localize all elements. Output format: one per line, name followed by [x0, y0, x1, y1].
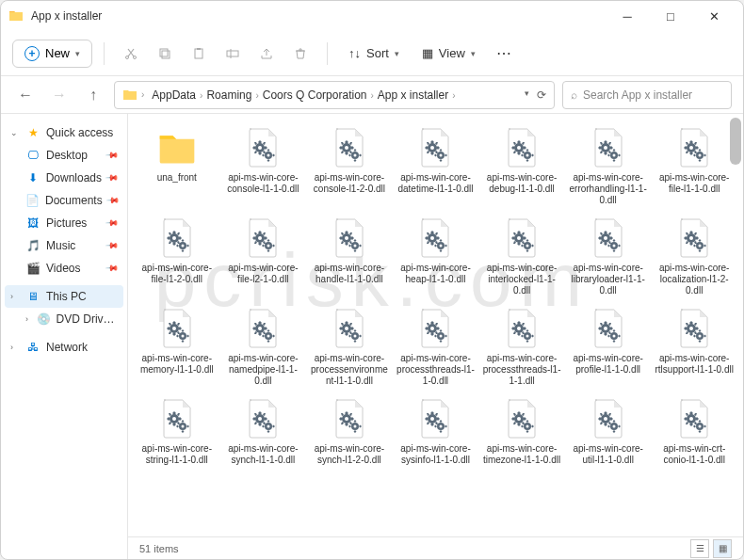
file-item[interactable]: api-ms-win-core-console-l1-1-0.dll [222, 121, 305, 210]
svg-point-17 [430, 146, 434, 150]
history-dropdown[interactable]: ▾ [525, 88, 529, 102]
file-item[interactable]: api-ms-win-core-synch-l1-2-0.dll [308, 392, 391, 470]
scrollbar[interactable] [730, 118, 741, 165]
svg-point-87 [699, 335, 702, 338]
breadcrumb[interactable]: Roaming [202, 87, 255, 104]
search-box[interactable]: ⌕ Search App x installer [562, 81, 732, 109]
forward-button[interactable]: → [46, 82, 73, 108]
refresh-button[interactable]: ⟳ [537, 88, 546, 102]
file-item[interactable]: api-ms-win-core-file-l2-1-0.dll [222, 212, 305, 300]
plus-icon: + [24, 46, 40, 61]
dll-icon [499, 216, 544, 261]
file-item[interactable]: api-ms-win-core-datetime-l1-1-0.dll [395, 121, 477, 210]
file-item[interactable]: api-ms-win-core-errorhandling-l1-1-0.dll [567, 121, 650, 210]
back-button[interactable]: ← [12, 82, 39, 108]
folder-item[interactable]: una_front [136, 121, 218, 210]
view-icon: ▦ [422, 46, 433, 60]
svg-point-73 [430, 327, 434, 330]
svg-point-25 [604, 146, 607, 150]
sidebar-item-desktop[interactable]: 🖵Desktop📌 [5, 144, 123, 167]
svg-rect-2 [160, 49, 168, 56]
svg-point-109 [604, 417, 607, 421]
file-item[interactable]: api-ms-win-core-processenvironment-l1-1-… [308, 302, 391, 391]
sort-button[interactable]: ↑↓ Sort ▾ [339, 40, 409, 66]
svg-point-55 [612, 245, 615, 248]
svg-point-45 [430, 236, 434, 240]
file-name: api-ms-win-core-errorhandling-l1-1-0.dll [569, 172, 648, 206]
sidebar-network[interactable]: › 🖧 Network [5, 336, 123, 359]
breadcrumb[interactable]: App x installer [374, 87, 452, 104]
file-item[interactable]: api-ms-win-core-processthreads-l1-1-0.dl… [395, 302, 477, 391]
pin-icon: 📌 [105, 239, 120, 253]
paste-button[interactable] [184, 39, 214, 69]
file-name: api-ms-win-core-sysinfo-l1-1-0.dll [396, 443, 476, 466]
dll-icon [327, 306, 372, 351]
file-item[interactable]: api-ms-win-core-timezone-l1-1-0.dll [480, 392, 563, 470]
file-item[interactable]: api-ms-win-core-profile-l1-1-0.dll [567, 302, 650, 391]
sidebar-item-pictures[interactable]: 🖼Pictures📌 [5, 212, 123, 234]
sidebar-this-pc[interactable]: › 🖥 This PC [5, 285, 123, 308]
address-bar[interactable]: › AppData›Roaming›Coors Q Corporation›Ap… [114, 81, 555, 109]
new-button[interactable]: + New ▾ [12, 40, 92, 68]
view-button[interactable]: ▦ View ▾ [412, 40, 485, 66]
svg-point-67 [267, 335, 270, 338]
up-button[interactable]: ↑ [80, 82, 106, 108]
file-item[interactable]: api-ms-win-core-rtlsupport-l1-1-0.dll [653, 302, 736, 391]
file-name: api-ms-win-core-handle-l1-1-0.dll [310, 263, 389, 285]
rename-button[interactable] [218, 39, 248, 69]
file-item[interactable]: api-ms-win-crt-conio-l1-1-0.dll [653, 392, 736, 470]
file-item[interactable]: api-ms-win-core-debug-l1-1-0.dll [480, 121, 563, 210]
file-item[interactable]: api-ms-win-core-util-l1-1-0.dll [567, 392, 650, 470]
navbar: ← → ↑ › AppData›Roaming›Coors Q Corporat… [1, 76, 743, 114]
sidebar: ⌄ ★ Quick access 🖵Desktop📌⬇Downloads📌📄Do… [1, 114, 128, 559]
file-item[interactable]: api-ms-win-core-file-l1-2-0.dll [136, 212, 218, 300]
sidebar-item-music[interactable]: 🎵Music📌 [5, 234, 123, 257]
icons-view-button[interactable]: ▦ [713, 539, 732, 558]
dvd-icon: 💿 [37, 312, 51, 327]
minimize-button[interactable]: ─ [606, 1, 649, 31]
file-name: api-ms-win-crt-conio-l1-1-0.dll [655, 443, 734, 466]
svg-rect-6 [227, 51, 238, 56]
more-button[interactable]: ⋯ [489, 39, 519, 69]
svg-rect-4 [195, 49, 202, 58]
breadcrumb[interactable]: AppData [148, 87, 200, 104]
sidebar-item-documents[interactable]: 📄Documents📌 [5, 189, 123, 212]
file-name: api-ms-win-core-file-l1-1-0.dll [655, 172, 734, 195]
search-placeholder: Search App x installer [583, 88, 692, 102]
file-name: api-ms-win-core-namedpipe-l1-1-0.dll [224, 353, 303, 387]
file-name: api-ms-win-core-console-l1-1-0.dll [224, 172, 303, 195]
share-button[interactable] [251, 39, 282, 69]
copy-button[interactable] [150, 39, 180, 69]
file-item[interactable]: api-ms-win-core-handle-l1-1-0.dll [308, 212, 391, 300]
file-item[interactable]: api-ms-win-core-file-l1-1-0.dll [653, 121, 736, 210]
file-item[interactable]: api-ms-win-core-localization-l1-2-0.dll [653, 212, 736, 300]
file-item[interactable]: api-ms-win-core-memory-l1-1-0.dll [136, 302, 218, 391]
file-item[interactable]: api-ms-win-core-console-l1-2-0.dll [308, 121, 391, 210]
file-item[interactable]: api-ms-win-core-heap-l1-1-0.dll [395, 212, 477, 300]
file-item[interactable]: api-ms-win-core-processthreads-l1-1-1.dl… [480, 302, 563, 391]
file-item[interactable]: api-ms-win-core-string-l1-1-0.dll [136, 392, 218, 470]
chevron-right-icon: › [10, 292, 20, 301]
file-item[interactable]: api-ms-win-core-sysinfo-l1-1-0.dll [395, 392, 477, 470]
sidebar-item-downloads[interactable]: ⬇Downloads📌 [5, 167, 123, 189]
sidebar-quick-access[interactable]: ⌄ ★ Quick access [5, 121, 123, 144]
close-button[interactable]: ✕ [692, 1, 736, 31]
cut-button[interactable] [116, 39, 146, 69]
svg-point-97 [345, 417, 348, 421]
sidebar-item-dvd[interactable]: ›💿DVD Drive (D:) CCCC [5, 308, 123, 330]
file-item[interactable]: api-ms-win-core-interlocked-l1-1-0.dll [480, 212, 563, 300]
dll-icon [154, 396, 200, 441]
delete-button[interactable] [285, 39, 315, 69]
file-name: api-ms-win-core-localization-l1-2-0.dll [655, 263, 734, 296]
file-item[interactable]: api-ms-win-core-libraryloader-l1-1-0.dll [567, 212, 650, 300]
details-view-button[interactable]: ☰ [690, 539, 709, 558]
file-item[interactable]: api-ms-win-core-synch-l1-1-0.dll [222, 392, 305, 470]
file-item[interactable]: api-ms-win-core-namedpipe-l1-1-0.dll [222, 302, 305, 391]
svg-point-61 [172, 327, 176, 330]
new-label: New [45, 46, 70, 60]
sidebar-item-videos[interactable]: 🎬Videos📌 [5, 257, 123, 280]
maximize-button[interactable]: □ [649, 1, 692, 31]
file-name: api-ms-win-core-processenvironment-l1-1-… [310, 353, 389, 387]
svg-point-27 [612, 154, 615, 157]
breadcrumb[interactable]: Coors Q Corporation [259, 87, 371, 104]
